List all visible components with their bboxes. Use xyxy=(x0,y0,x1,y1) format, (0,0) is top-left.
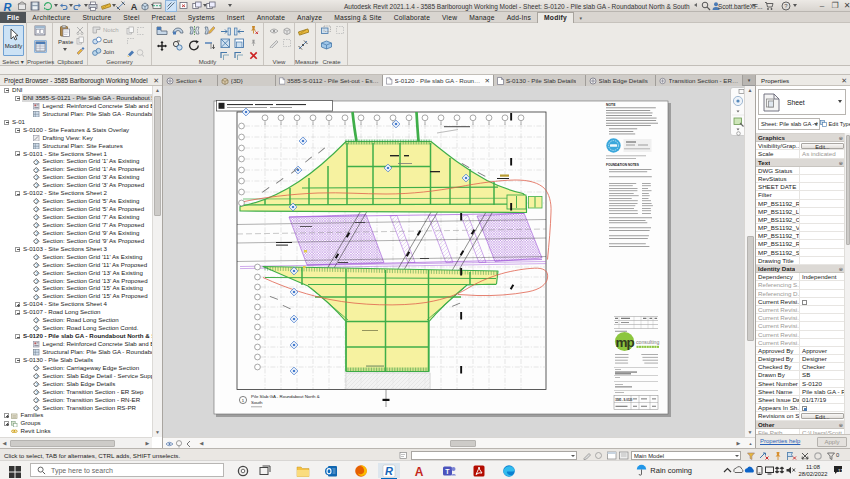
editable-only-icon[interactable] xyxy=(583,451,592,460)
select-toggle-icon[interactable] xyxy=(800,451,810,461)
property-row[interactable]: Sheet Issue Date01/17/19 xyxy=(756,396,845,404)
hscroll-right-arrow[interactable]: ▶ xyxy=(734,439,743,448)
property-row[interactable]: Current Revisi... xyxy=(756,314,845,322)
create-group-icon[interactable] xyxy=(320,25,332,36)
tree-item-label[interactable]: Structural Plan: Site Features xyxy=(42,142,124,150)
property-value[interactable] xyxy=(800,306,845,313)
ribbon-tab-structure[interactable]: Structure xyxy=(76,12,117,23)
cut-clipboard-icon[interactable] xyxy=(76,26,84,35)
taskbar-clock[interactable]: 11:0828/02/2022 xyxy=(795,464,831,478)
view-tab-list-dropdown[interactable]: ▾ xyxy=(743,75,755,85)
filter-icon[interactable] xyxy=(826,451,836,461)
tree-item[interactable]: Section: Section Grid '11' As Proposed xyxy=(0,261,152,269)
ribbon-tab-insert[interactable]: Insert xyxy=(221,12,251,23)
tree-expander-minus[interactable] xyxy=(15,310,20,315)
undo-icon[interactable] xyxy=(58,1,68,11)
tree-item-label[interactable]: Revit Links xyxy=(20,427,52,435)
tree-item[interactable]: S-0104 - Site Sections Sheet 4 xyxy=(0,300,152,308)
background-process-icon[interactable] xyxy=(813,451,823,461)
mirror-pick-axis-icon[interactable] xyxy=(189,25,200,36)
hscroll-left-arrow[interactable]: ◀ xyxy=(197,439,206,448)
view-tab[interactable]: {3D} xyxy=(218,75,276,86)
property-value[interactable] xyxy=(800,232,845,239)
scrollbar-thumb[interactable] xyxy=(154,96,161,216)
offset-left-icon[interactable] xyxy=(234,26,245,37)
dimension-tool-icon[interactable] xyxy=(298,40,308,50)
tree-item-label[interactable]: S-0103 - Site Sections Sheet 3 xyxy=(22,245,108,253)
tree-item-label[interactable]: Section: Section Grid '1' As Proposed xyxy=(42,165,146,173)
save-icon[interactable] xyxy=(30,1,40,11)
tree-item-label[interactable]: Section: Slab Edge Details xyxy=(42,380,117,388)
tree-item[interactable]: S-0100 - Site Features & Stats Overlay xyxy=(0,126,152,134)
tree-item[interactable]: Section: Section Grid '13' As Proposed xyxy=(0,277,152,285)
property-row[interactable]: Revisions on S...Edit... xyxy=(756,412,845,420)
canvas[interactable]: 1Pile Slab GA - Roundabout North &SouthN… xyxy=(163,86,755,437)
panel-label-geometry[interactable]: Geometry xyxy=(88,59,151,65)
tree-item[interactable]: Section: Section Grid '11' As Existing xyxy=(0,253,152,261)
property-group-header[interactable]: Identity Data⊙ xyxy=(756,265,845,273)
scale-icon[interactable] xyxy=(234,38,245,49)
property-value[interactable] xyxy=(800,257,845,264)
type-properties-icon[interactable] xyxy=(34,25,46,37)
gray-inactive-icon[interactable] xyxy=(594,451,603,460)
notch-label[interactable]: Notch xyxy=(103,27,119,33)
join-label[interactable]: Join xyxy=(103,49,114,55)
ribbon-tab-architecture[interactable]: Architecture xyxy=(26,12,76,23)
property-row[interactable]: SHEET DATE xyxy=(756,183,845,191)
cortana-icon[interactable] xyxy=(237,465,249,477)
demolish-icon[interactable] xyxy=(136,26,144,35)
tree-item[interactable]: S-0130 - Pile Slab Details xyxy=(0,356,152,364)
help-icon[interactable]: ? xyxy=(781,1,791,11)
close-button[interactable]: ✕ xyxy=(841,1,850,11)
task-view-icon[interactable] xyxy=(259,465,271,477)
tree-item[interactable]: Section: Section Grid '15' As Existing xyxy=(0,284,152,292)
property-value[interactable] xyxy=(800,240,845,247)
pin-status-icon[interactable] xyxy=(773,451,783,461)
property-value[interactable]: Independent xyxy=(800,273,845,280)
properties-header[interactable]: Properties✕ xyxy=(756,75,850,86)
join-icon[interactable] xyxy=(92,47,102,57)
pin-icon[interactable] xyxy=(249,39,258,48)
property-value[interactable]: Designer xyxy=(800,355,845,362)
tree-item-label[interactable]: S-0120 - Pile slab GA - Roundabout North… xyxy=(22,332,152,340)
taskbar-app-acrobat[interactable] xyxy=(468,463,490,478)
design-option-combo[interactable]: Main Model xyxy=(631,451,741,460)
cut-label[interactable]: Cut xyxy=(103,38,112,44)
tree-item[interactable]: S-0103 - Site Sections Sheet 3 xyxy=(0,245,152,253)
property-value[interactable] xyxy=(800,281,845,288)
wall-arc-icon[interactable] xyxy=(172,25,184,37)
property-row[interactable]: Drawn BySB xyxy=(756,371,845,379)
tree-item-label[interactable]: DNI 3585-S-0121 - Pile Slab GA - Roundab… xyxy=(22,94,152,102)
tree-item-label[interactable]: Section: Transition Section - RN-ER xyxy=(42,396,142,404)
measure-tool-icon[interactable] xyxy=(298,26,309,37)
checkbox-checked[interactable] xyxy=(802,406,807,411)
tree-item[interactable]: Section: Section Grid '5' As Proposed xyxy=(0,205,152,213)
property-row[interactable]: Current Revisi... xyxy=(756,331,845,339)
property-value[interactable]: Pile slab GA - R... xyxy=(800,388,845,395)
property-row[interactable]: DWG Status xyxy=(756,167,845,175)
move-icon[interactable] xyxy=(156,40,168,52)
ribbon-tab-systems[interactable]: Systems xyxy=(182,12,221,23)
project-browser-vscrollbar[interactable]: ▲▼ xyxy=(152,86,162,437)
property-value[interactable] xyxy=(800,224,845,231)
ribbon-tab-file[interactable]: File xyxy=(0,12,26,23)
aligned-dimension-icon[interactable] xyxy=(116,1,126,11)
instance-combo-dropdown[interactable] xyxy=(814,123,818,126)
sync-with-central-icon[interactable] xyxy=(43,1,53,11)
properties-vscrollbar[interactable] xyxy=(844,133,850,441)
tree-item-label[interactable]: Section: Section Grid '1' As Existing xyxy=(42,157,141,165)
tree-item-label[interactable]: Section: Section Grid '5' As Existing xyxy=(42,197,141,205)
property-row[interactable]: Sheet NamePile slab GA - R... xyxy=(756,388,845,396)
tree-item-label[interactable]: Section: Section Grid '7' As Proposed xyxy=(42,221,146,229)
tree-item[interactable]: Section: Section Grid '5' As Existing xyxy=(0,197,152,205)
property-value[interactable] xyxy=(800,404,845,411)
tree-item-label[interactable]: Section: Section Grid '3' As Proposed xyxy=(42,181,146,189)
taskbar-weather[interactable]: Rain coming xyxy=(636,464,692,476)
tree-expander-minus[interactable] xyxy=(4,88,9,93)
property-row[interactable]: Designed ByDesigner xyxy=(756,355,845,363)
taskbar-app-firefox[interactable] xyxy=(350,463,372,478)
hide-elements-icon[interactable] xyxy=(269,26,279,36)
combo-dropdown-icon[interactable] xyxy=(735,455,739,457)
tree-item[interactable]: S-01 xyxy=(0,118,152,126)
ribbon-tab-view[interactable]: View xyxy=(436,12,463,23)
